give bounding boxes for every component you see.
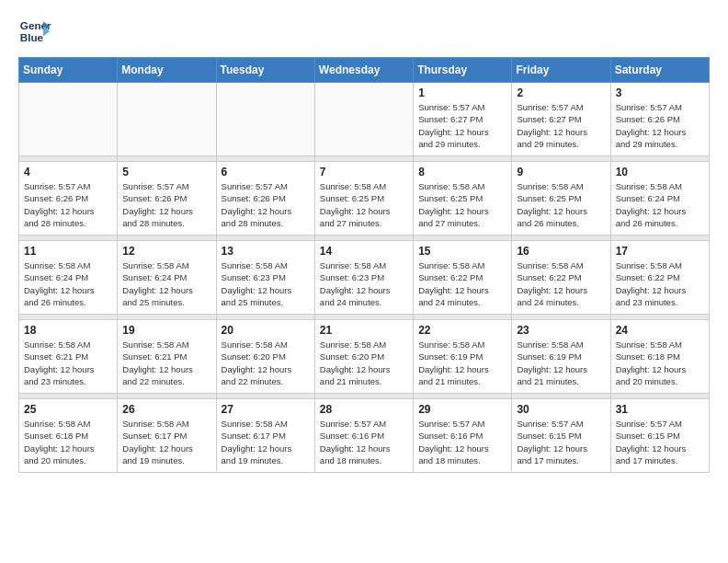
day-number: 25: [24, 403, 112, 416]
day-info: Sunrise: 5:58 AM Sunset: 6:23 PM Dayligh…: [320, 259, 408, 308]
day-number: 2: [517, 86, 605, 99]
day-info: Sunrise: 5:58 AM Sunset: 6:25 PM Dayligh…: [418, 180, 506, 229]
day-cell: 17Sunrise: 5:58 AM Sunset: 6:22 PM Dayli…: [610, 241, 709, 315]
day-cell: 14Sunrise: 5:58 AM Sunset: 6:23 PM Dayli…: [314, 241, 413, 315]
day-cell: 2Sunrise: 5:57 AM Sunset: 6:27 PM Daylig…: [512, 83, 610, 156]
day-cell: 18Sunrise: 5:58 AM Sunset: 6:21 PM Dayli…: [19, 320, 118, 394]
day-number: 13: [222, 245, 310, 258]
day-info: Sunrise: 5:58 AM Sunset: 6:22 PM Dayligh…: [517, 259, 605, 308]
day-header-thursday: Thursday: [414, 58, 512, 83]
day-info: Sunrise: 5:58 AM Sunset: 6:25 PM Dayligh…: [320, 180, 408, 229]
day-number: 26: [122, 403, 210, 416]
day-cell: 24Sunrise: 5:58 AM Sunset: 6:18 PM Dayli…: [610, 320, 709, 394]
day-number: 29: [418, 403, 506, 416]
day-number: 3: [616, 86, 704, 99]
day-cell: 27Sunrise: 5:58 AM Sunset: 6:17 PM Dayli…: [216, 399, 314, 473]
day-number: 11: [24, 245, 112, 258]
day-info: Sunrise: 5:58 AM Sunset: 6:20 PM Dayligh…: [320, 339, 408, 387]
day-number: 6: [222, 166, 310, 178]
day-cell: 11Sunrise: 5:58 AM Sunset: 6:24 PM Dayli…: [19, 241, 118, 315]
day-info: Sunrise: 5:57 AM Sunset: 6:26 PM Dayligh…: [222, 180, 310, 229]
day-number: 16: [517, 245, 605, 258]
day-number: 10: [616, 166, 704, 178]
day-info: Sunrise: 5:58 AM Sunset: 6:22 PM Dayligh…: [418, 259, 506, 308]
day-info: Sunrise: 5:57 AM Sunset: 6:16 PM Dayligh…: [418, 418, 506, 466]
day-info: Sunrise: 5:58 AM Sunset: 6:19 PM Dayligh…: [418, 339, 506, 387]
day-info: Sunrise: 5:57 AM Sunset: 6:16 PM Dayligh…: [320, 418, 408, 466]
day-number: 28: [320, 403, 408, 416]
day-cell: 16Sunrise: 5:58 AM Sunset: 6:22 PM Dayli…: [512, 241, 610, 315]
week-row-1: 1Sunrise: 5:57 AM Sunset: 6:27 PM Daylig…: [19, 83, 710, 156]
day-number: 9: [517, 166, 605, 178]
day-header-wednesday: Wednesday: [314, 58, 413, 83]
day-info: Sunrise: 5:58 AM Sunset: 6:17 PM Dayligh…: [222, 418, 310, 466]
day-header-friday: Friday: [512, 58, 610, 83]
day-number: 17: [616, 245, 704, 258]
calendar-table: SundayMondayTuesdayWednesdayThursdayFrid…: [18, 57, 710, 473]
day-info: Sunrise: 5:57 AM Sunset: 6:27 PM Dayligh…: [517, 101, 605, 150]
day-cell: 20Sunrise: 5:58 AM Sunset: 6:20 PM Dayli…: [216, 320, 314, 394]
day-info: Sunrise: 5:57 AM Sunset: 6:26 PM Dayligh…: [122, 180, 210, 229]
header-row: SundayMondayTuesdayWednesdayThursdayFrid…: [19, 58, 710, 83]
day-cell: 23Sunrise: 5:58 AM Sunset: 6:19 PM Dayli…: [512, 320, 610, 394]
day-number: 23: [517, 324, 605, 337]
day-cell: 8Sunrise: 5:58 AM Sunset: 6:25 PM Daylig…: [414, 162, 512, 236]
day-cell: 21Sunrise: 5:58 AM Sunset: 6:20 PM Dayli…: [314, 320, 413, 394]
day-cell: [216, 83, 314, 156]
day-cell: 26Sunrise: 5:58 AM Sunset: 6:17 PM Dayli…: [118, 399, 216, 473]
day-info: Sunrise: 5:57 AM Sunset: 6:26 PM Dayligh…: [616, 101, 704, 150]
day-info: Sunrise: 5:58 AM Sunset: 6:25 PM Dayligh…: [517, 180, 605, 229]
day-number: 15: [418, 245, 506, 258]
day-number: 14: [320, 245, 408, 258]
day-cell: 4Sunrise: 5:57 AM Sunset: 6:26 PM Daylig…: [19, 162, 118, 236]
day-info: Sunrise: 5:58 AM Sunset: 6:22 PM Dayligh…: [616, 259, 704, 308]
logo: General Blue: [18, 15, 51, 48]
day-number: 20: [222, 324, 310, 337]
day-info: Sunrise: 5:57 AM Sunset: 6:26 PM Dayligh…: [24, 180, 112, 229]
day-cell: [118, 83, 216, 156]
day-info: Sunrise: 5:57 AM Sunset: 6:15 PM Dayligh…: [616, 418, 704, 466]
day-info: Sunrise: 5:58 AM Sunset: 6:24 PM Dayligh…: [24, 259, 112, 308]
day-number: 5: [122, 166, 210, 178]
day-number: 18: [24, 324, 112, 337]
day-info: Sunrise: 5:58 AM Sunset: 6:19 PM Dayligh…: [517, 339, 605, 387]
week-row-3: 11Sunrise: 5:58 AM Sunset: 6:24 PM Dayli…: [19, 241, 710, 315]
day-info: Sunrise: 5:58 AM Sunset: 6:18 PM Dayligh…: [616, 339, 704, 387]
day-header-monday: Monday: [118, 58, 216, 83]
svg-text:Blue: Blue: [20, 31, 44, 43]
header: General Blue: [18, 15, 710, 48]
day-cell: 10Sunrise: 5:58 AM Sunset: 6:24 PM Dayli…: [610, 162, 709, 236]
day-cell: 30Sunrise: 5:57 AM Sunset: 6:15 PM Dayli…: [512, 399, 610, 473]
day-number: 30: [517, 403, 605, 416]
day-cell: 29Sunrise: 5:57 AM Sunset: 6:16 PM Dayli…: [414, 399, 512, 473]
day-number: 27: [222, 403, 310, 416]
day-info: Sunrise: 5:58 AM Sunset: 6:21 PM Dayligh…: [24, 339, 112, 387]
day-cell: 7Sunrise: 5:58 AM Sunset: 6:25 PM Daylig…: [314, 162, 413, 236]
day-info: Sunrise: 5:58 AM Sunset: 6:23 PM Dayligh…: [222, 259, 310, 308]
day-cell: [19, 83, 118, 156]
day-info: Sunrise: 5:58 AM Sunset: 6:18 PM Dayligh…: [24, 418, 112, 466]
day-cell: 31Sunrise: 5:57 AM Sunset: 6:15 PM Dayli…: [610, 399, 709, 473]
day-header-saturday: Saturday: [610, 58, 709, 83]
day-info: Sunrise: 5:58 AM Sunset: 6:24 PM Dayligh…: [122, 259, 210, 308]
day-number: 22: [418, 324, 506, 337]
day-info: Sunrise: 5:58 AM Sunset: 6:21 PM Dayligh…: [122, 339, 210, 387]
week-row-4: 18Sunrise: 5:58 AM Sunset: 6:21 PM Dayli…: [19, 320, 710, 394]
day-header-tuesday: Tuesday: [216, 58, 314, 83]
day-cell: 9Sunrise: 5:58 AM Sunset: 6:25 PM Daylig…: [512, 162, 610, 236]
day-info: Sunrise: 5:58 AM Sunset: 6:20 PM Dayligh…: [222, 339, 310, 387]
day-number: 24: [616, 324, 704, 337]
day-cell: 22Sunrise: 5:58 AM Sunset: 6:19 PM Dayli…: [414, 320, 512, 394]
week-row-5: 25Sunrise: 5:58 AM Sunset: 6:18 PM Dayli…: [19, 399, 710, 473]
day-cell: 25Sunrise: 5:58 AM Sunset: 6:18 PM Dayli…: [19, 399, 118, 473]
day-cell: 15Sunrise: 5:58 AM Sunset: 6:22 PM Dayli…: [414, 241, 512, 315]
day-number: 12: [122, 245, 210, 258]
day-info: Sunrise: 5:57 AM Sunset: 6:27 PM Dayligh…: [418, 101, 506, 150]
day-cell: 12Sunrise: 5:58 AM Sunset: 6:24 PM Dayli…: [118, 241, 216, 315]
day-cell: 1Sunrise: 5:57 AM Sunset: 6:27 PM Daylig…: [414, 83, 512, 156]
day-number: 8: [418, 166, 506, 178]
day-number: 4: [24, 166, 112, 178]
day-header-sunday: Sunday: [19, 58, 118, 83]
day-info: Sunrise: 5:58 AM Sunset: 6:24 PM Dayligh…: [616, 180, 704, 229]
day-cell: 19Sunrise: 5:58 AM Sunset: 6:21 PM Dayli…: [118, 320, 216, 394]
